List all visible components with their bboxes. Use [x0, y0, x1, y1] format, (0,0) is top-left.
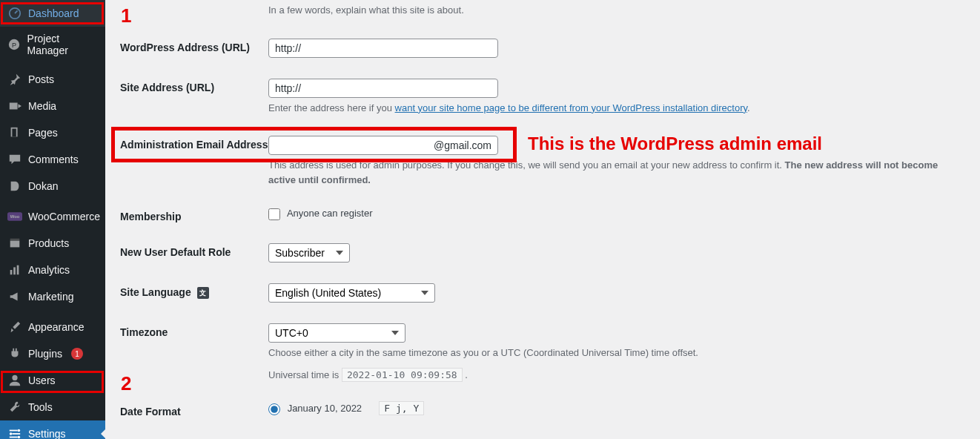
sidebar-item-appearance[interactable]: Appearance	[0, 314, 105, 340]
sidebar-item-settings[interactable]: Settings	[0, 420, 105, 439]
svg-point-18	[10, 432, 13, 435]
default-role-select[interactable]: Subscriber	[268, 243, 350, 263]
svg-rect-5	[12, 129, 16, 137]
membership-checkbox-label[interactable]: Anyone can register	[268, 208, 373, 219]
universal-time-text: Universal time is 2022-01-10 09:09:58 .	[268, 368, 950, 383]
sidebar-item-label: Project Manager	[27, 33, 98, 56]
woo-icon: Woo	[7, 209, 22, 224]
svg-text:Woo: Woo	[10, 215, 20, 220]
settings-general-content: In a few words, explain what this site i…	[105, 0, 980, 439]
date-format-code: F j, Y	[379, 401, 424, 415]
user-icon	[7, 373, 22, 388]
date-format-option[interactable]: January 10, 2022 F j, Y	[268, 403, 424, 414]
sidebar-item-dashboard[interactable]: Dashboard	[0, 0, 105, 27]
admin-email-input[interactable]	[268, 136, 498, 155]
sidebar-item-label: Comments	[28, 154, 79, 165]
products-icon	[7, 236, 22, 251]
page-icon	[7, 125, 22, 140]
site-url-help-link[interactable]: want your site home page to be different…	[395, 102, 747, 113]
site-language-label: Site Language 文	[120, 283, 268, 299]
sidebar-item-products[interactable]: Products	[0, 230, 105, 257]
svg-rect-14	[10, 430, 18, 432]
membership-checkbox[interactable]	[268, 208, 280, 220]
default-role-label: New User Default Role	[120, 243, 268, 258]
analytics-icon	[7, 263, 22, 277]
sidebar-item-dokan[interactable]: Dokan	[0, 173, 105, 199]
svg-point-13	[12, 375, 17, 380]
sidebar-item-label: Plugins	[28, 348, 62, 360]
site-language-select[interactable]: English (United States)	[268, 283, 435, 303]
wp-url-label: WordPress Address (URL)	[120, 39, 268, 53]
comment-icon	[7, 152, 22, 167]
dokan-icon	[7, 179, 22, 194]
sidebar-item-label: Marketing	[28, 291, 73, 303]
date-format-radio[interactable]	[268, 403, 280, 415]
sidebar-item-users[interactable]: Users	[0, 367, 105, 394]
sidebar-item-label: WooCommerce	[28, 211, 100, 222]
tagline-description: In a few words, explain what this site i…	[268, 3, 950, 18]
settings-icon	[7, 426, 22, 439]
timezone-label: Timezone	[120, 323, 268, 338]
sidebar-item-label: Appearance	[28, 321, 85, 333]
svg-rect-12	[17, 265, 19, 275]
svg-rect-15	[12, 433, 20, 435]
plug-icon	[7, 346, 22, 361]
svg-point-17	[18, 429, 21, 432]
sidebar-item-label: Users	[28, 374, 56, 386]
admin-email-label: Administration Email Address	[120, 136, 268, 151]
media-icon	[7, 99, 22, 113]
megaphone-icon	[7, 289, 22, 304]
sidebar-item-project-manager[interactable]: P Project Manager	[0, 27, 105, 62]
sidebar-item-label: Settings	[28, 428, 66, 439]
universal-time-code: 2022-01-10 09:09:58	[342, 368, 463, 382]
sidebar-item-plugins[interactable]: Plugins 1	[0, 340, 105, 367]
pin-icon	[7, 72, 22, 87]
site-url-description: Enter the address here if you want your …	[268, 101, 950, 116]
svg-rect-8	[10, 240, 20, 247]
membership-label: Membership	[120, 208, 268, 222]
translate-icon: 文	[197, 287, 209, 299]
svg-rect-16	[10, 437, 18, 438]
dashboard-icon	[7, 6, 22, 21]
sidebar-item-label: Dokan	[28, 180, 58, 192]
sidebar-item-posts[interactable]: Posts	[0, 66, 105, 93]
sidebar-item-label: Media	[28, 100, 56, 112]
project-icon: P	[7, 37, 21, 52]
svg-rect-11	[13, 267, 16, 274]
sidebar-item-marketing[interactable]: Marketing	[0, 283, 105, 310]
site-url-label: Site Address (URL)	[120, 79, 268, 93]
sidebar-item-tools[interactable]: Tools	[0, 394, 105, 420]
sidebar-item-pages[interactable]: Pages	[0, 119, 105, 146]
admin-sidebar: Dashboard P Project Manager Posts Media …	[0, 0, 105, 439]
date-format-label: Date Format	[120, 403, 268, 417]
svg-point-19	[18, 436, 21, 439]
site-url-input[interactable]	[268, 79, 498, 98]
annotation-number-2: 2	[121, 372, 131, 395]
admin-email-description: This address is used for admin purposes.…	[268, 158, 950, 187]
sidebar-item-woocommerce[interactable]: Woo WooCommerce	[0, 203, 105, 230]
annotation-number-1: 1	[121, 4, 131, 27]
sidebar-item-label: Tools	[28, 401, 53, 413]
timezone-select[interactable]: UTC+0	[268, 323, 405, 343]
sidebar-item-analytics[interactable]: Analytics	[0, 257, 105, 283]
timezone-description: Choose either a city in the same timezon…	[268, 346, 950, 360]
svg-rect-10	[10, 270, 13, 274]
brush-icon	[7, 320, 22, 334]
sidebar-item-label: Pages	[28, 127, 58, 139]
sidebar-item-label: Dashboard	[28, 7, 79, 19]
svg-rect-9	[10, 239, 20, 241]
sidebar-item-media[interactable]: Media	[0, 93, 105, 119]
svg-rect-3	[10, 103, 18, 110]
sidebar-item-label: Products	[28, 237, 69, 249]
wrench-icon	[7, 400, 22, 415]
svg-text:P: P	[12, 42, 16, 49]
sidebar-item-label: Analytics	[28, 264, 70, 276]
wp-url-input[interactable]	[268, 39, 498, 58]
update-badge: 1	[71, 348, 83, 360]
sidebar-item-comments[interactable]: Comments	[0, 146, 105, 173]
annotation-admin-email-note: This is the WordPress admin email	[528, 133, 822, 154]
sidebar-item-label: Posts	[28, 73, 54, 85]
